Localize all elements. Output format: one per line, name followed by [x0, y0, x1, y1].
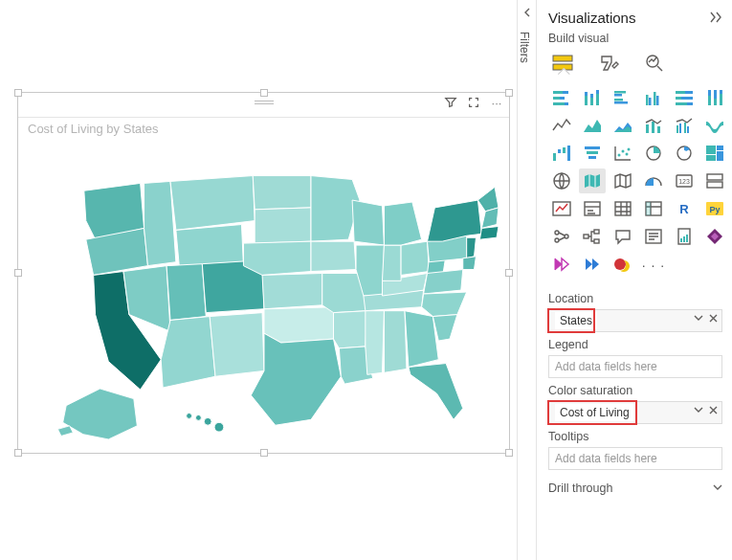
- slicer-icon[interactable]: [579, 196, 606, 221]
- svg-rect-68: [707, 182, 722, 188]
- svg-point-0: [186, 414, 191, 419]
- svg-rect-40: [652, 122, 654, 133]
- expand-filters-icon[interactable]: [518, 0, 536, 26]
- svg-rect-20: [614, 94, 622, 97]
- decomposition-tree-icon[interactable]: [579, 224, 606, 249]
- svg-point-55: [626, 153, 629, 156]
- analytics-tab[interactable]: [642, 51, 667, 76]
- sparkline-icon[interactable]: [610, 252, 636, 277]
- filters-label[interactable]: Filters: [518, 26, 531, 63]
- collapse-pane-icon[interactable]: [709, 11, 722, 26]
- svg-rect-51: [587, 151, 598, 154]
- visual-container[interactable]: ··· Cost of Living by States: [17, 92, 510, 454]
- stacked-area-chart-icon[interactable]: [610, 113, 636, 138]
- resize-handle-w[interactable]: [14, 269, 22, 277]
- focus-mode-icon[interactable]: [467, 96, 480, 109]
- svg-rect-14: [585, 92, 588, 96]
- svg-rect-4: [553, 56, 572, 61]
- legend-field-well[interactable]: Add data fields here: [548, 355, 722, 378]
- remove-field-icon[interactable]: [709, 405, 718, 416]
- map-icon[interactable]: [548, 168, 575, 193]
- svg-rect-8: [563, 91, 568, 94]
- grip-handle-icon[interactable]: [255, 101, 274, 106]
- svg-rect-15: [590, 98, 593, 105]
- location-field-well[interactable]: States: [548, 309, 722, 332]
- resize-handle-se[interactable]: [505, 449, 513, 457]
- tooltips-field-well[interactable]: Add data fields here: [548, 447, 722, 470]
- key-influencers-icon[interactable]: [548, 224, 575, 249]
- svg-rect-63: [706, 155, 716, 161]
- svg-rect-41: [657, 126, 660, 133]
- svg-rect-32: [687, 102, 693, 105]
- svg-rect-11: [553, 102, 565, 105]
- svg-rect-29: [676, 97, 681, 100]
- format-visual-tab[interactable]: [596, 51, 621, 76]
- clustered-bar-chart-icon[interactable]: [610, 85, 636, 110]
- python-visual-icon[interactable]: Py: [701, 196, 728, 221]
- more-visuals-icon[interactable]: · · ·: [640, 252, 667, 277]
- resize-handle-ne[interactable]: [505, 89, 513, 97]
- hundred-stacked-bar-icon[interactable]: [671, 85, 698, 110]
- line-stacked-column-icon[interactable]: [640, 113, 667, 138]
- line-clustered-column-icon[interactable]: [671, 113, 698, 138]
- svg-rect-38: [720, 90, 722, 94]
- area-chart-icon[interactable]: [579, 113, 606, 138]
- card-icon[interactable]: 123: [671, 168, 698, 193]
- smart-narrative-icon[interactable]: [640, 224, 667, 249]
- drill-through-label: Drill through: [548, 482, 612, 495]
- qa-visual-icon[interactable]: [610, 224, 636, 249]
- filter-icon[interactable]: [444, 96, 457, 109]
- filled-map-visual[interactable]: [18, 140, 509, 452]
- hundred-stacked-column-icon[interactable]: [701, 85, 728, 110]
- resize-handle-s[interactable]: [260, 449, 268, 457]
- kpi-icon[interactable]: [548, 196, 575, 221]
- build-visual-tab[interactable]: [550, 51, 575, 76]
- saturation-field-value[interactable]: Cost of Living: [555, 404, 634, 421]
- report-canvas[interactable]: ··· Cost of Living by States: [0, 0, 517, 560]
- svg-text:123: 123: [678, 178, 690, 185]
- pane-title: Visualizations: [548, 10, 635, 26]
- paginated-report-icon[interactable]: [671, 224, 698, 249]
- line-chart-icon[interactable]: [548, 113, 575, 138]
- stacked-column-chart-icon[interactable]: [579, 85, 606, 110]
- filled-map-icon[interactable]: [579, 168, 606, 193]
- svg-rect-16: [590, 94, 593, 98]
- svg-rect-22: [614, 101, 628, 104]
- svg-rect-49: [567, 146, 570, 161]
- svg-text:R: R: [679, 202, 689, 216]
- clustered-column-chart-icon[interactable]: [640, 85, 667, 110]
- waterfall-chart-icon[interactable]: [548, 141, 575, 166]
- drill-through-toggle-icon[interactable]: [713, 482, 722, 495]
- power-automate-icon[interactable]: [548, 252, 575, 277]
- svg-rect-25: [654, 92, 656, 105]
- svg-rect-39: [646, 124, 649, 133]
- saturation-field-well[interactable]: Cost of Living: [548, 401, 722, 424]
- stacked-bar-chart-icon[interactable]: [548, 85, 575, 110]
- table-icon[interactable]: [610, 196, 636, 221]
- matrix-icon[interactable]: [640, 196, 667, 221]
- resize-handle-e[interactable]: [505, 269, 513, 277]
- scatter-chart-icon[interactable]: [610, 141, 636, 166]
- field-menu-icon[interactable]: [694, 313, 703, 325]
- tooltips-label: Tooltips: [548, 430, 722, 443]
- svg-rect-85: [680, 238, 682, 242]
- power-apps-icon[interactable]: [701, 224, 728, 249]
- multi-row-card-icon[interactable]: [701, 168, 728, 193]
- resize-handle-sw[interactable]: [14, 449, 22, 457]
- ribbon-chart-icon[interactable]: [701, 113, 728, 138]
- gauge-icon[interactable]: [640, 168, 667, 193]
- svg-rect-52: [588, 156, 596, 159]
- resize-handle-n[interactable]: [260, 89, 268, 97]
- remove-field-icon[interactable]: [709, 313, 718, 325]
- funnel-chart-icon[interactable]: [579, 141, 606, 166]
- more-options-icon[interactable]: ···: [490, 96, 503, 109]
- location-field-value[interactable]: States: [555, 312, 597, 329]
- resize-handle-nw[interactable]: [14, 89, 22, 97]
- donut-chart-icon[interactable]: [671, 141, 698, 166]
- arcgis-icon[interactable]: [579, 252, 606, 277]
- azure-map-icon[interactable]: [610, 168, 636, 193]
- pie-chart-icon[interactable]: [640, 141, 667, 166]
- field-menu-icon[interactable]: [694, 405, 703, 416]
- treemap-icon[interactable]: [701, 141, 728, 166]
- r-visual-icon[interactable]: R: [671, 196, 698, 221]
